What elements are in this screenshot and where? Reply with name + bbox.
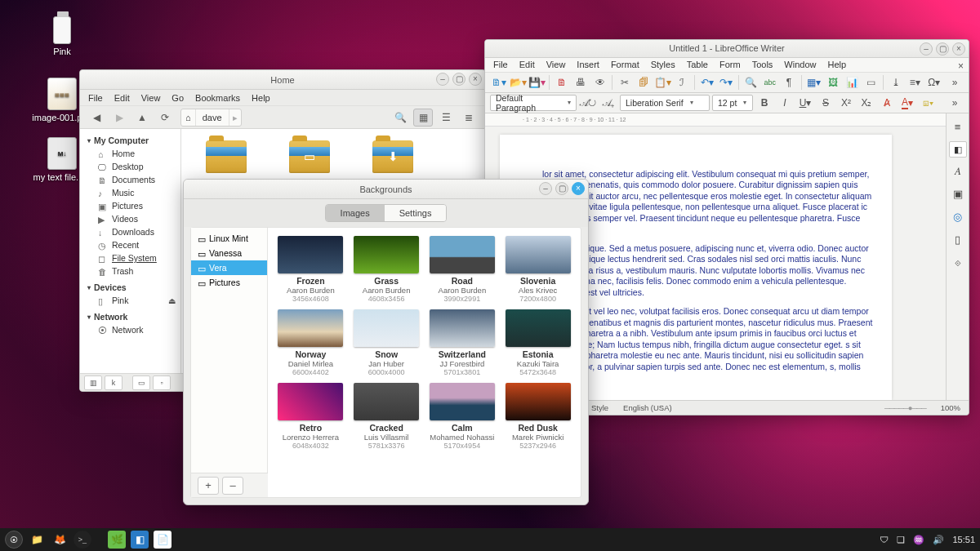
close-button[interactable]: × bbox=[572, 182, 585, 195]
status-seg-2[interactable]: k bbox=[105, 375, 122, 390]
bold-button[interactable]: B bbox=[755, 94, 773, 112]
update-style-button[interactable]: 𝒜↻ bbox=[579, 94, 597, 112]
tree-item-trash[interactable]: 🗑Trash bbox=[80, 264, 180, 278]
image-button[interactable]: 🖼 bbox=[824, 73, 841, 91]
menu-window[interactable]: Window bbox=[784, 60, 816, 69]
menu-bookmarks[interactable]: Bookmarks bbox=[195, 93, 240, 103]
tray-shield-icon[interactable]: 🛡 bbox=[880, 535, 889, 544]
font-name-select[interactable]: Liberation Serif▾ bbox=[620, 95, 710, 111]
new-style-button[interactable]: 𝒜₊ bbox=[599, 94, 617, 112]
menu-tools[interactable]: Tools bbox=[752, 60, 773, 69]
tray-network-icon[interactable]: ❏ bbox=[897, 535, 905, 545]
menu-file[interactable]: File bbox=[88, 93, 103, 103]
breadcrumb-more[interactable]: ▸ bbox=[229, 109, 241, 126]
status-lang[interactable]: English (USA) bbox=[623, 403, 672, 412]
taskbar-firefox-button[interactable]: 🦊 bbox=[51, 531, 69, 549]
status-seg-4[interactable]: ▫ bbox=[153, 375, 171, 390]
sidebar-styles-button[interactable]: 𝐴 bbox=[949, 162, 967, 180]
search-button[interactable]: 🔍 bbox=[390, 109, 410, 127]
backgrounds-titlebar[interactable]: Backgrounds – ▢ × bbox=[184, 180, 588, 199]
tab-images[interactable]: Images bbox=[326, 205, 385, 221]
print-button[interactable]: 🖶 bbox=[572, 73, 590, 91]
more-button[interactable]: » bbox=[946, 94, 964, 112]
menu-go[interactable]: Go bbox=[172, 93, 184, 103]
italic-button[interactable]: I bbox=[776, 94, 794, 112]
tree-item-device-pink[interactable]: ▯Pink⏏ bbox=[80, 294, 180, 307]
menu-view[interactable]: View bbox=[546, 60, 566, 69]
tree-item-home[interactable]: ⌂Home bbox=[80, 147, 180, 160]
nav-forward-button[interactable]: ▶ bbox=[109, 109, 129, 127]
menu-edit[interactable]: Edit bbox=[114, 93, 130, 103]
view-icons-button[interactable]: ▦ bbox=[413, 109, 433, 127]
menu-insert[interactable]: Insert bbox=[577, 60, 599, 69]
menu-help[interactable]: Help bbox=[252, 93, 270, 103]
wallpaper-thumb[interactable]: Estonia Kazuki Taira 5472x3648 bbox=[505, 309, 571, 376]
wallpaper-thumb[interactable]: Snow Jan Huber 6000x4000 bbox=[354, 309, 420, 376]
maximize-button[interactable]: ▢ bbox=[452, 73, 466, 86]
nav-up-button[interactable]: ▲ bbox=[132, 109, 152, 127]
minimize-button[interactable]: – bbox=[436, 73, 449, 86]
export-pdf-button[interactable]: 🗎 bbox=[553, 73, 570, 91]
clock[interactable]: 15:51 bbox=[952, 535, 975, 544]
more-button[interactable]: » bbox=[946, 73, 963, 91]
redo-button[interactable]: ↷▾ bbox=[717, 73, 734, 91]
sidebar-properties-button[interactable]: ◧ bbox=[949, 141, 967, 158]
wallpaper-thumb[interactable]: Frozen Aaron Burden 3456x4608 bbox=[278, 236, 344, 303]
textbox-button[interactable]: ▭ bbox=[862, 73, 880, 91]
highlight-button[interactable]: ⧆▾ bbox=[919, 94, 937, 112]
wallpaper-thumb[interactable]: Red Dusk Marek Piwnicki 5237x2946 bbox=[505, 383, 571, 450]
wallpaper-thumb[interactable]: Retro Lorenzo Herrera 6048x4032 bbox=[278, 383, 344, 450]
nav-back-button[interactable]: ◀ bbox=[87, 109, 106, 127]
add-category-button[interactable]: + bbox=[198, 477, 219, 495]
close-button[interactable]: × bbox=[952, 42, 965, 56]
maximize-button[interactable]: ▢ bbox=[555, 182, 568, 195]
tab-settings[interactable]: Settings bbox=[385, 205, 447, 221]
table-button[interactable]: ▦▾ bbox=[805, 73, 822, 91]
breadcrumb-segment[interactable]: dave bbox=[196, 109, 229, 126]
tree-item-videos[interactable]: ▶Videos bbox=[80, 212, 180, 225]
home-icon[interactable]: ⌂ bbox=[181, 109, 196, 126]
wallpaper-thumb[interactable]: Road Aaron Burden 3990x2991 bbox=[430, 236, 496, 303]
eject-icon[interactable]: ⏏ bbox=[168, 296, 176, 305]
underline-button[interactable]: U▾ bbox=[796, 94, 814, 112]
menu-view[interactable]: View bbox=[141, 93, 161, 103]
file-manager-titlebar[interactable]: Home – ▢ × bbox=[80, 70, 485, 90]
menu-form[interactable]: Form bbox=[719, 60, 741, 69]
status-zoom[interactable]: 100% bbox=[941, 403, 960, 412]
document-close-button[interactable]: × bbox=[958, 60, 964, 72]
menu-format[interactable]: Format bbox=[611, 60, 639, 69]
nav-refresh-button[interactable]: ⟳ bbox=[155, 109, 175, 127]
copy-button[interactable]: 🗐 bbox=[635, 73, 653, 91]
menu-styles[interactable]: Styles bbox=[651, 60, 675, 69]
writer-titlebar[interactable]: Untitled 1 - LibreOffice Writer – ▢ × bbox=[485, 40, 969, 58]
print-preview-button[interactable]: 👁 bbox=[591, 73, 608, 91]
menu-help[interactable]: Help bbox=[827, 60, 846, 69]
minimize-button[interactable]: – bbox=[920, 42, 933, 56]
subscript-button[interactable]: X₂ bbox=[858, 94, 875, 112]
sidebar-menu-button[interactable]: ≡ bbox=[949, 118, 967, 136]
spellcheck-button[interactable]: abc bbox=[761, 73, 778, 91]
wallpaper-thumb[interactable]: Cracked Luis Villasmil 5781x3376 bbox=[354, 383, 420, 450]
taskbar-terminal-button[interactable]: >_ bbox=[74, 531, 91, 549]
chart-button[interactable]: 📊 bbox=[843, 73, 860, 91]
wallpaper-thumb[interactable]: Slovenia Ales Krivec 7200x4800 bbox=[505, 236, 571, 303]
taskbar-files-button[interactable]: 📁 bbox=[28, 531, 46, 549]
symbol-button[interactable]: Ω▾ bbox=[925, 73, 942, 91]
view-list-button[interactable]: ☰ bbox=[436, 109, 456, 127]
start-menu-button[interactable]: ⦿ bbox=[5, 531, 23, 549]
sidebar-page-button[interactable]: ▯ bbox=[949, 231, 967, 249]
category-item[interactable]: ▭Vanessa bbox=[191, 246, 267, 260]
save-button[interactable]: 💾▾ bbox=[528, 73, 546, 91]
open-button[interactable]: 📂▾ bbox=[509, 73, 526, 91]
clear-format-button[interactable]: A̷ bbox=[878, 94, 896, 112]
field-button[interactable]: ≡▾ bbox=[906, 73, 924, 91]
tree-item-filesystem[interactable]: ◻File System bbox=[80, 251, 180, 264]
wallpaper-thumb[interactable]: Grass Aaron Burden 4608x3456 bbox=[354, 236, 420, 303]
new-button[interactable]: 🗎▾ bbox=[490, 73, 507, 91]
tree-item-desktop[interactable]: 🖵Desktop bbox=[80, 160, 180, 173]
tray-volume-icon[interactable]: 🔊 bbox=[933, 535, 944, 545]
menu-edit[interactable]: Edit bbox=[519, 60, 535, 69]
clone-format-button[interactable]: ℐ bbox=[673, 73, 690, 91]
undo-button[interactable]: ↶▾ bbox=[698, 73, 715, 91]
menu-table[interactable]: Table bbox=[687, 60, 708, 69]
